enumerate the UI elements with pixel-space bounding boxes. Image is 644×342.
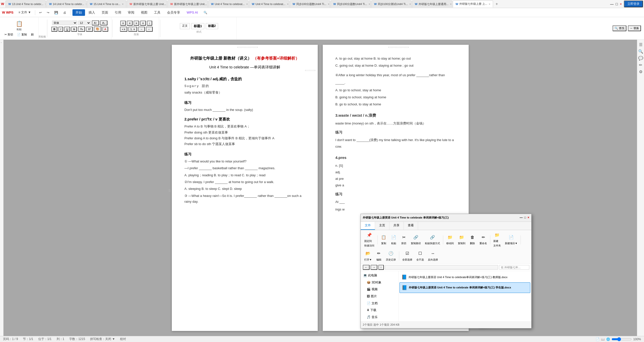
view-mode-print[interactable]: 📄: [596, 337, 599, 341]
fe-file-2[interactable]: 📘 外研版七年级上册英语 Unit 4 Time to celebrate 单词…: [399, 282, 530, 293]
fe-file-1[interactable]: 📘 外研版七年级上册英语 Unit 4 Time to celebrate单词表…: [399, 272, 530, 282]
maximize-icon[interactable]: □: [616, 2, 618, 6]
indent-increase-btn[interactable]: →: [138, 27, 145, 32]
nav-view[interactable]: 视图: [138, 9, 150, 16]
tab-11-close[interactable]: ×: [450, 3, 452, 6]
italic-btn[interactable]: I: [58, 27, 63, 32]
fe-rename-btn[interactable]: ✏ 重命名: [478, 233, 489, 246]
nav-wps-ai[interactable]: WPS AI: [184, 10, 201, 15]
nav-review[interactable]: 审阅: [125, 9, 137, 16]
tab-5[interactable]: W 新外研版七年级上册 Unit... ×: [168, 1, 208, 8]
nav-member[interactable]: 会员专享: [164, 9, 183, 16]
sidebar-btn-2[interactable]: 🔍: [638, 49, 643, 54]
format-paste-btn[interactable]: 刷: [29, 32, 35, 37]
highlight-btn[interactable]: 🎨: [94, 26, 101, 32]
fe-selectall-btn[interactable]: ☑ 全部选择: [401, 249, 414, 263]
tree-item-3d[interactable]: 📦 3D对象: [362, 279, 397, 286]
fe-cut-btn[interactable]: ✂ 剪切: [399, 233, 408, 246]
copy-btn[interactable]: 📄 复制: [16, 32, 28, 37]
fe-selectnone-btn[interactable]: ☐ 全不选: [415, 249, 425, 263]
tab-1[interactable]: W 13.Unit 4 Time to celebr... ×: [6, 1, 46, 8]
sidebar-btn-3[interactable]: 💬: [638, 56, 643, 61]
fe-tab-home[interactable]: 主页: [375, 222, 389, 230]
fe-maximize[interactable]: □: [524, 215, 526, 221]
tree-item-video[interactable]: 🎬 视频: [362, 286, 397, 293]
font-size-select[interactable]: 12: [78, 21, 91, 25]
file-menu[interactable]: ≡ 文件 ▼: [17, 10, 33, 15]
nav-tools[interactable]: 工具: [151, 9, 164, 16]
indent-decrease-btn[interactable]: ←: [146, 27, 153, 32]
tree-item-desktop[interactable]: 🖥 桌面: [362, 321, 397, 321]
style-h2[interactable]: 标题2: [206, 23, 218, 29]
tab-12-close[interactable]: ×: [489, 3, 490, 6]
search-btn[interactable]: 🔍: [202, 10, 209, 15]
justify-btn[interactable]: ≡: [140, 21, 146, 26]
fe-paste-shortcut-btn[interactable]: 🔗 粘贴快捷方式: [423, 233, 441, 246]
tab-9[interactable]: W 同步100分题数Unit4 Ti... ×: [331, 1, 371, 8]
font-grow-btn[interactable]: A↑: [92, 20, 99, 25]
style-h1[interactable]: 标题1: [191, 23, 204, 29]
tab-2-close[interactable]: ×: [86, 3, 87, 6]
underline-btn[interactable]: U: [64, 27, 70, 32]
fe-paste-btn[interactable]: 📄 粘贴: [389, 233, 398, 246]
view-mode-read[interactable]: 📖: [601, 337, 605, 341]
strikethrough-btn[interactable]: S: [71, 27, 77, 32]
line-spacing-btn[interactable]: ↕: [147, 21, 152, 26]
proofreading[interactable]: 校对: [120, 337, 126, 341]
paste-btn[interactable]: 📋 粘贴: [14, 20, 25, 32]
fe-history-btn[interactable]: 🕐 历史记录: [384, 249, 397, 263]
number-btn[interactable]: 1. ≡: [128, 27, 137, 32]
fe-edit-btn[interactable]: ✏ 编辑: [374, 249, 383, 263]
fe-open-btn[interactable]: 📂 打开▼: [363, 249, 373, 263]
fe-tab-view[interactable]: 查看: [404, 222, 418, 230]
tree-item-music[interactable]: 🎵 音乐: [362, 314, 397, 321]
fe-newfolder-btn[interactable]: 📁 新建 文件夹: [492, 231, 502, 249]
sub-btn[interactable]: X₂: [78, 26, 85, 32]
tree-item-pc[interactable]: 💻 此电脑: [362, 272, 397, 279]
bullet-btn[interactable]: • ≡: [120, 27, 127, 32]
fe-invertsel-btn[interactable]: ↔ 反向选择: [426, 249, 439, 263]
nav-ref[interactable]: 引用: [112, 9, 124, 16]
fe-pin-btn[interactable]: 📌 固定到 快速访问: [363, 231, 376, 249]
tab-1-close[interactable]: ×: [45, 3, 46, 6]
tree-item-pics[interactable]: 🖼 图片: [362, 293, 397, 300]
new-tab-button[interactable]: +: [494, 2, 500, 6]
font-shrink-btn[interactable]: A↓: [100, 20, 107, 25]
nav-home[interactable]: 开始: [72, 9, 85, 16]
fe-tab-file[interactable]: 文件: [361, 222, 375, 230]
tree-item-docs[interactable]: 📄 文档: [362, 300, 397, 307]
align-left-btn[interactable]: ≡: [120, 21, 126, 26]
tab-6-close[interactable]: ×: [246, 3, 248, 6]
fe-forward-btn[interactable]: →: [371, 265, 377, 270]
tree-item-dl[interactable]: ⬇ 下载: [362, 307, 397, 314]
nav-page[interactable]: 页面: [99, 9, 111, 16]
fe-minimize[interactable]: —: [520, 215, 523, 221]
align-right-btn[interactable]: ≡: [134, 21, 139, 26]
fe-addr-input[interactable]: 外研版七年级上册英语 > Unit 4 Time to celebrate > …: [385, 265, 498, 270]
nav-insert[interactable]: 插入: [86, 9, 98, 16]
page-drag-handle[interactable]: ⠿: [168, 188, 171, 194]
undo-button[interactable]: ↩: [37, 10, 44, 15]
fe-move-btn[interactable]: 📁 移动到: [445, 233, 455, 246]
tab-2[interactable]: W 14.Unit 4 Time to celebr... ×: [46, 1, 87, 8]
cut-btn[interactable]: ✂ 剪切: [3, 32, 15, 37]
sidebar-btn-1[interactable]: ☰: [639, 42, 642, 47]
font-color-btn[interactable]: A: [102, 27, 108, 32]
fe-copyto-btn[interactable]: 📁 复制到: [456, 233, 467, 246]
bold-btn[interactable]: B: [51, 27, 57, 32]
tab-3[interactable]: W 15.Unit 4 Time to ce... ×: [87, 1, 126, 8]
align-center-btn[interactable]: ≡: [127, 21, 132, 26]
sidebar-btn-4[interactable]: ✏: [639, 63, 642, 67]
tab-3-close[interactable]: ×: [122, 3, 124, 6]
save-button[interactable]: 💾: [52, 10, 60, 15]
close-icon[interactable]: ×: [620, 2, 622, 6]
tab-4[interactable]: W 新外研版七年级上册 Unit... ×: [127, 1, 167, 8]
replace-btn[interactable]: ↔ 替换: [628, 25, 641, 31]
tab-6[interactable]: W Unit 4 Time to celebrat... ×: [208, 1, 249, 8]
fe-newitem-btn[interactable]: 📄 新建项目▼: [503, 233, 519, 246]
spell-check[interactable]: 拼写检查：关闭 ▼: [90, 337, 115, 341]
tab-10-close[interactable]: ×: [409, 3, 411, 6]
login-button[interactable]: 立即登录: [624, 1, 643, 7]
fe-search-input[interactable]: [499, 265, 529, 270]
sidebar-toggle[interactable]: ‹: [0, 42, 3, 43]
